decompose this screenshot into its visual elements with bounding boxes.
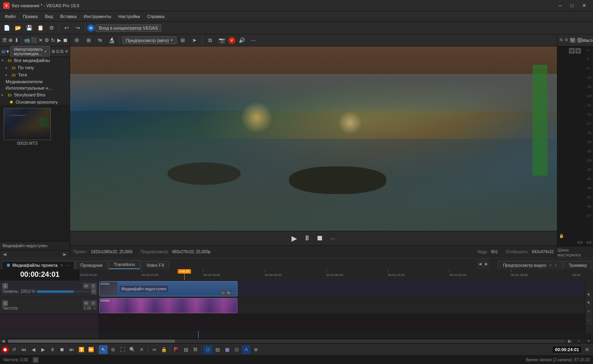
keyboard-shortcut-btn[interactable]: A [242,345,251,354]
preview-fx-button[interactable]: fx [95,36,105,45]
new-bin-button[interactable]: ⊕ [8,36,13,45]
clip-fx-button[interactable]: fx [227,290,231,295]
import-media-button[interactable]: Импортировать мультимедиа... ▾ [10,46,50,57]
scroll-up[interactable]: ▲ [585,290,592,298]
thumb-view-button[interactable]: ⊡ [56,47,60,56]
stop-preview-button[interactable]: ⏹ [63,36,68,45]
zoom-in[interactable]: + [585,308,592,316]
undo2-button[interactable]: ↪ [72,23,83,33]
meter-lock-icon[interactable]: 🔒 [559,233,564,238]
scroll-thumb[interactable] [8,340,175,343]
tree-item-storyboard[interactable]: ▸ 🗁 Storyboard Bins [0,91,70,98]
video-clip-1[interactable]: Медиафайл недоступен ⊡ fx ··· 00020 [99,281,237,296]
tab-media-files[interactable]: Медиафайлы проекта ✕ — [2,261,74,269]
scroll-down[interactable]: ▼ [585,299,592,307]
stop-transport-button[interactable]: ⏹ [58,345,66,354]
preview-settings-button[interactable]: ⚙ [72,36,82,45]
lock-button-transport[interactable]: 🔒 [159,345,168,354]
selection-tool-button[interactable]: ↖ [99,345,108,354]
scroll-left-button[interactable]: ◀ [0,339,6,343]
stop-button[interactable]: ⏹ [315,234,325,243]
preview-split-button[interactable]: ⊞ [83,36,94,45]
current-time-display[interactable]: 00:00:24:01 [555,347,579,352]
preview-mode-dropdown[interactable]: Предпросмотр (авто) ▾ [122,36,177,44]
save-as-button[interactable]: 📋 [35,23,46,33]
meter-btn-r[interactable] [575,48,581,54]
panel-left-button[interactable]: ◀ [2,252,8,256]
master-m-button[interactable]: M [570,38,575,43]
command-button[interactable]: ⌘ [191,345,200,354]
undo-button[interactable]: ↩ [61,23,72,33]
menu-insert[interactable]: Вставка [57,13,80,20]
minimize-button[interactable]: ─ [555,1,566,10]
preview-copy-button[interactable]: ⧉ [205,36,215,45]
blue-marker-button[interactable]: U [203,345,212,354]
menu-tools[interactable]: Инструменты [80,13,115,20]
prev-frame-button[interactable]: ◀ [29,345,38,354]
tab-preview-close[interactable]: ✕ [549,263,552,268]
new-button[interactable]: 📄 [2,23,12,33]
record-button[interactable]: ⬛ [31,36,37,45]
hub-button[interactable]: Вход в концентратор VEGAS [95,24,161,32]
tab-right-arrow[interactable]: ▶ [483,258,490,269]
close-button[interactable]: ✕ [579,1,590,10]
record-button-transport[interactable]: ⏺ [2,346,9,353]
media-color-button[interactable]: ▦ [223,345,231,354]
tree-item-by-type[interactable]: ▸ 🗁 По типу [0,64,70,71]
preview-scope-button[interactable]: 🔬 [107,36,117,45]
fast-forward-button[interactable]: ⏩ [86,345,95,354]
marker-button[interactable]: 🚩 [172,345,181,354]
scroll-track[interactable] [8,340,565,343]
tree-item-main-timeline[interactable]: ■ Основная хронологу [0,98,70,105]
tab-preview[interactable]: Предпросмотр видео ✕ ✕ [498,261,563,269]
tab-left-arrow[interactable]: ◀ [477,258,483,269]
tree-toggle[interactable]: ▾ [6,47,10,56]
panel-right-button[interactable]: ▶ [62,252,68,256]
pause-button[interactable]: ⏸ [302,234,312,243]
tree-item-media-drives[interactable]: Медианакопители [0,78,70,85]
tab-preview-x[interactable]: ✕ [554,263,557,267]
audio-clip-1[interactable]: 00020 [99,298,237,313]
rewind-button[interactable]: ⏮ [19,345,28,354]
clip-select-icon[interactable]: ⊡ [221,290,225,295]
preview-grid-button[interactable]: ⊞ [178,36,188,45]
envelope-button[interactable]: ⧉ [109,345,117,354]
region-button[interactable]: ▤ [181,345,190,354]
preview-arrow-button[interactable]: ➤ [189,36,200,45]
sort-button[interactable]: ✕ [64,47,68,56]
play-transport-button[interactable]: ▶ [38,345,47,354]
more-controls-button[interactable]: ··· [328,234,338,243]
time-format-button[interactable]: ⊞ [583,345,591,354]
save-button[interactable]: 💾 [24,23,34,33]
preview-audio-button[interactable]: 🔊 [237,36,247,45]
menu-view[interactable]: Вид [42,13,56,20]
track-m-button-audio[interactable]: M [83,300,89,306]
slow-forward-button[interactable]: ⏬ [77,345,86,354]
pause-transport-button[interactable]: ⏸ [48,345,57,354]
media-settings-button[interactable]: ⚙ [44,36,49,45]
menu-edit[interactable]: Правка [20,13,41,20]
preview-v-button[interactable]: V [228,37,235,44]
preview-shot-button[interactable]: 📷 [217,36,227,45]
loop-button[interactable]: ↺ [10,345,18,354]
extra-btn-2[interactable]: ⊕ [251,345,260,354]
tab-close-button[interactable]: ✕ [60,263,63,268]
next-frame-button[interactable]: ⏭ [67,345,76,354]
hub-icon[interactable]: N [87,24,94,32]
tab-media-collapse[interactable]: — [66,263,69,267]
timeline-scroll-bar[interactable]: ◀ ▶ − + [0,338,593,343]
capture-button[interactable]: 📹 [24,36,30,45]
freq-button[interactable]: ⊡ [33,357,38,363]
tab-transitions[interactable]: Transitions [109,260,140,269]
tree-item-tags[interactable]: ▸ 🗁 Теги [0,71,70,78]
media-marker-button[interactable]: ▤ [213,345,222,354]
menu-settings[interactable]: Настройки [115,13,143,20]
tab-video-fx[interactable]: Video FX [141,261,169,269]
tree-item-all-media[interactable]: ▾ 🗁 Все медиафайлы [0,57,70,64]
maximize-button[interactable]: □ [567,1,578,10]
play-preview-button[interactable]: ▶ [56,36,62,45]
import-button[interactable]: ⬇ [14,36,19,45]
tab-trimmer[interactable]: Триммер [563,261,592,269]
extra-btn-1[interactable]: ⊡ [232,345,241,354]
track-s-button-audio[interactable]: S [90,300,96,306]
